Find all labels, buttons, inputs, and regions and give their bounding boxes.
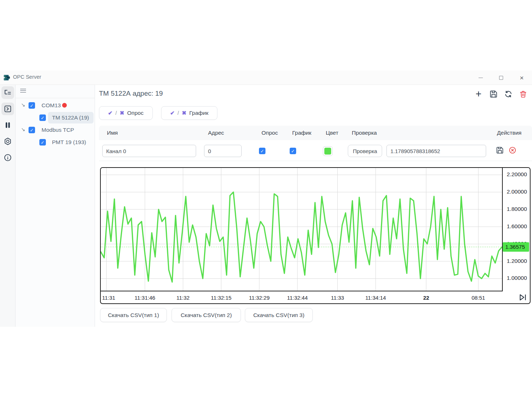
tree-view-icon[interactable] [1, 86, 14, 99]
tree-item-tm5122a[interactable]: ✓ TM 5122A (19) [16, 112, 95, 124]
x-icon: ✖ [120, 110, 124, 116]
col-address: Адрес [208, 126, 224, 140]
icon-rail [0, 85, 16, 327]
channel-name-input[interactable] [102, 145, 196, 157]
toolbar: + [474, 89, 528, 99]
y-axis: 2.200002.000001.800001.600001.400001.200… [503, 168, 531, 291]
chart-plot-area[interactable] [101, 168, 503, 291]
table-header: Имя Адрес Опрос График Цвет Проверка Дей… [99, 126, 532, 140]
x-icon: ✖ [182, 110, 186, 116]
row-save-icon[interactable] [496, 146, 504, 154]
skip-to-end-icon[interactable] [518, 293, 527, 302]
chart-line [101, 168, 502, 291]
y-tick-label: 2.00000 [507, 188, 527, 195]
tree-item-pmt19[interactable]: ✓ PMT 19 (193) [16, 136, 95, 148]
y-tick-label: 1.00000 [507, 275, 527, 281]
poll-toggle-button[interactable]: ✔/✖ Опрос [99, 106, 153, 120]
x-tick-label: 11:32:29 [249, 295, 269, 301]
x-tick-label: 11:33 [331, 295, 344, 301]
console-icon[interactable] [1, 103, 14, 115]
poll-toggle-label: Опрос [127, 110, 143, 116]
add-button[interactable]: + [474, 89, 483, 99]
minimize-button[interactable] [470, 70, 491, 85]
page-title: ТМ 5122А адрес: 19 [99, 90, 163, 97]
status-dot [62, 103, 67, 108]
check-icon: ✔ [108, 110, 113, 116]
com13-checkbox[interactable]: ✓ [29, 102, 35, 109]
pause-icon[interactable] [1, 119, 14, 131]
settings-icon[interactable] [1, 135, 14, 148]
col-chart: График [292, 126, 311, 140]
x-tick-label: 08:51 [472, 295, 485, 301]
x-tick-label: 11:31:46 [135, 295, 155, 301]
col-actions: Действия [497, 126, 522, 140]
csv-type2-button[interactable]: Скачать CSV(тип 2) [172, 308, 241, 322]
y-tick-label: 1.60000 [507, 223, 527, 230]
x-tick-label: 11:32 [177, 295, 190, 301]
x-tick-label: 11:32:44 [287, 295, 308, 301]
x-tick-label: 11:34:14 [365, 295, 386, 301]
tree-label[interactable]: Modbus TCP [42, 127, 74, 133]
chart-toggle-label: График [189, 110, 208, 116]
y-tick-label: 1.20000 [507, 258, 527, 264]
col-name: Имя [107, 126, 118, 140]
x-tick-label: 11:32:15 [211, 295, 232, 301]
expand-arrow-icon[interactable]: ↘ [21, 126, 25, 132]
sidebar: ↘ ✓ COM13 ✓ TM 5122A (19) ↘ ✓ Modbus TCP… [16, 85, 95, 327]
channel-row: ✓ ✓ Проверка [99, 140, 532, 161]
tm5122a-checkbox[interactable]: ✓ [39, 114, 46, 121]
tree-label[interactable]: PMT 19 (193) [52, 139, 86, 146]
close-button[interactable]: × [511, 70, 532, 85]
maximize-button[interactable] [491, 70, 511, 85]
chart-widget: 2.200002.000001.800001.600001.400001.200… [100, 167, 531, 304]
pmt19-checkbox[interactable]: ✓ [39, 139, 46, 146]
delete-button[interactable] [518, 89, 528, 99]
hamburger-menu-icon[interactable] [20, 89, 26, 94]
csv-type1-button[interactable]: Скачать CSV(тип 1) [100, 308, 167, 322]
titlebar: OPC Server × [0, 70, 532, 85]
save-button[interactable] [489, 89, 498, 99]
x-tick-label: 22 [423, 295, 429, 301]
slash-separator: / [178, 110, 179, 116]
color-picker[interactable] [323, 146, 333, 156]
current-value-badge: 1.36575 [503, 242, 529, 252]
color-swatch [324, 148, 331, 155]
app-window: OPC Server × ↘ ✓ [0, 70, 532, 327]
tree-item-com13[interactable]: ↘ ✓ COM13 [16, 99, 95, 112]
x-axis: 11:3111:31:4611:3211:32:1511:32:2911:32:… [101, 292, 503, 304]
csv-type3-button[interactable]: Скачать CSV(тип 3) [245, 308, 313, 322]
channel-address-input[interactable] [204, 145, 242, 157]
y-tick-label: 2.20000 [507, 171, 527, 178]
check-value-input[interactable] [386, 145, 486, 157]
window-title: OPC Server [13, 74, 41, 80]
tree-label[interactable]: COM13 [42, 102, 61, 109]
tree-item-modbus[interactable]: ↘ ✓ Modbus TCP [16, 124, 95, 136]
row-remove-icon[interactable] [509, 146, 516, 154]
refresh-button[interactable] [503, 89, 513, 99]
chart-checkbox[interactable]: ✓ [290, 148, 296, 154]
y-tick-label: 1.80000 [507, 206, 527, 212]
modbus-checkbox[interactable]: ✓ [29, 127, 35, 133]
col-color: Цвет [326, 126, 338, 140]
x-tick-label: 11:31 [102, 295, 115, 301]
expand-arrow-icon[interactable]: ↘ [21, 102, 25, 108]
device-tree: ↘ ✓ COM13 ✓ TM 5122A (19) ↘ ✓ Modbus TCP… [16, 98, 95, 148]
about-icon[interactable] [1, 151, 14, 164]
poll-checkbox[interactable]: ✓ [259, 148, 265, 154]
tree-label[interactable]: TM 5122A (19) [52, 114, 89, 121]
main-panel: ТМ 5122А адрес: 19 + ✔/✖ Опрос ✔/✖ Графи… [95, 85, 532, 327]
chart-toggle-button[interactable]: ✔/✖ График [161, 106, 217, 120]
check-icon: ✔ [170, 110, 175, 116]
slash-separator: / [116, 110, 117, 116]
app-logo-icon [3, 74, 10, 81]
check-button[interactable]: Проверка [348, 145, 382, 157]
col-poll: Опрос [261, 126, 278, 140]
col-check: Проверка [352, 126, 377, 140]
